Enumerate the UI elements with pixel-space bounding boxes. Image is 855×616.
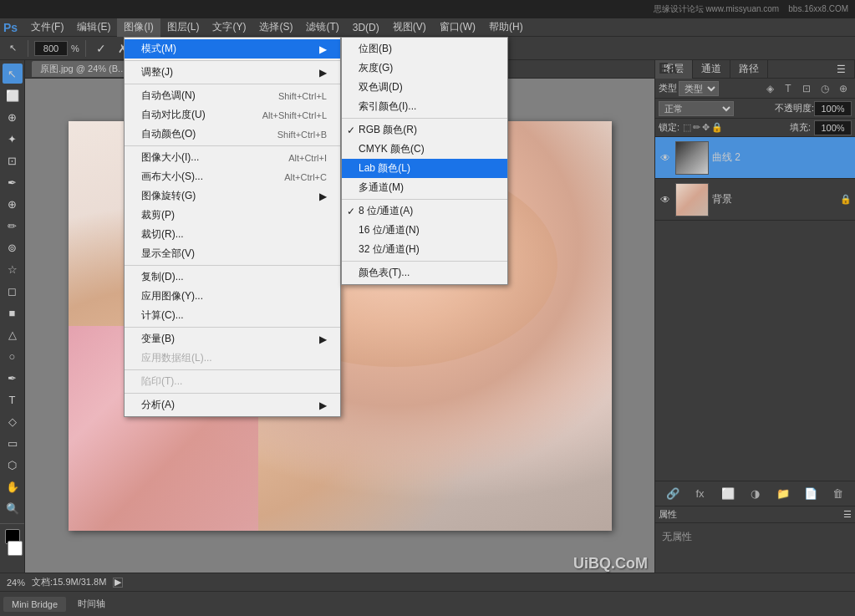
tool-brush[interactable]: ✏ xyxy=(3,216,23,236)
tool-pen[interactable]: ✒ xyxy=(3,368,23,388)
tool-eyedropper[interactable]: ✒ xyxy=(3,172,23,192)
tool-arrow[interactable]: ↖ xyxy=(3,39,22,58)
status-arrow-btn[interactable]: ▶ xyxy=(113,578,123,588)
menu-text[interactable]: 文字(Y) xyxy=(206,18,252,37)
layer-item-background[interactable]: 👁 背景 🔒 xyxy=(655,179,855,221)
tool-crop[interactable]: ⊡ xyxy=(3,150,23,171)
menu-item-analysis[interactable]: 分析(A) ▶ xyxy=(125,395,340,415)
mode-submenu[interactable]: 位图(B) 灰度(G) 双色调(D) 索引颜色(I)... ✓ RGB 颜色(R… xyxy=(341,37,508,285)
menu-item-trim[interactable]: 裁切(R)... xyxy=(125,225,340,244)
tab-paths[interactable]: 路径 xyxy=(730,60,768,79)
filter-icon5[interactable]: ⊕ xyxy=(835,80,852,97)
tool-blur[interactable]: △ xyxy=(3,324,23,344)
layer-delete-btn[interactable]: 🗑 xyxy=(829,485,847,503)
submenu-32bit[interactable]: 32 位/通道(H) xyxy=(342,240,507,259)
blend-mode-select[interactable]: 正常 xyxy=(659,101,734,116)
opacity-input[interactable] xyxy=(814,101,852,116)
menu-item-auto-tone[interactable]: 自动色调(N) Shift+Ctrl+L xyxy=(125,86,340,105)
tool-3d[interactable]: ⬡ xyxy=(3,455,23,475)
tool-history[interactable]: ☆ xyxy=(3,259,23,279)
filter-icon4[interactable]: ◷ xyxy=(817,80,833,97)
lock-brush-icon[interactable]: ✏ xyxy=(693,122,700,133)
lock-all-icon[interactable]: 🔒 xyxy=(711,122,723,133)
background-color[interactable] xyxy=(8,541,23,556)
submenu-multichannel[interactable]: 多通道(M) xyxy=(342,178,507,197)
layer-link-btn[interactable]: 🔗 xyxy=(664,485,682,503)
menu-item-reveal-all[interactable]: 显示全部(V) xyxy=(125,244,340,263)
menu-item-image-size[interactable]: 图像大小(I)... Alt+Ctrl+I xyxy=(125,148,340,167)
tool-magic-wand[interactable]: ✦ xyxy=(3,129,23,149)
menu-edit[interactable]: 编辑(E) xyxy=(70,18,117,37)
submenu-duotone[interactable]: 双色调(D) xyxy=(342,78,507,97)
tool-dodge[interactable]: ○ xyxy=(3,346,23,366)
menu-item-auto-color[interactable]: 自动颜色(O) Shift+Ctrl+B xyxy=(125,125,340,144)
tool-lasso[interactable]: ⊕ xyxy=(3,107,23,127)
tool-gradient[interactable]: ■ xyxy=(3,303,23,323)
layer-visibility-bg[interactable]: 👁 xyxy=(659,193,672,206)
panel-menu-btn[interactable]: ☰ xyxy=(828,60,855,79)
bottom-tab-timeline[interactable]: 时间轴 xyxy=(69,595,114,613)
submenu-cmyk[interactable]: CMYK 颜色(C) xyxy=(342,140,507,159)
auto-color-shortcut: Shift+Ctrl+B xyxy=(261,130,327,140)
menu-filter[interactable]: 滤镜(T) xyxy=(299,18,345,37)
submenu-indexed[interactable]: 索引颜色(I)... xyxy=(342,97,507,116)
filter-icon2[interactable]: T xyxy=(780,80,796,97)
filter-icon1[interactable]: ◈ xyxy=(761,80,778,97)
tool-eraser[interactable]: ◻ xyxy=(3,281,23,301)
image-menu-dropdown[interactable]: 模式(M) ▶ 调整(J) ▶ 自动色调(N) Shift+Ctrl+L 自动对… xyxy=(124,37,341,417)
submenu-8bit[interactable]: ✓ 8 位/通道(A) xyxy=(342,201,507,221)
menu-item-variables[interactable]: 变量(B) ▶ xyxy=(125,329,340,349)
menu-help[interactable]: 帮助(H) xyxy=(482,18,530,37)
lock-transparent-icon[interactable]: ⬚ xyxy=(683,122,691,133)
filter-icon3[interactable]: ⊡ xyxy=(798,80,815,97)
tool-hand[interactable]: ✋ xyxy=(3,476,23,496)
menu-item-canvas-size[interactable]: 画布大小(S)... Alt+Ctrl+C xyxy=(125,167,340,186)
ps-logo: Ps xyxy=(3,21,18,34)
tool-clone[interactable]: ⊚ xyxy=(3,237,23,257)
layer-fx-btn[interactable]: fx xyxy=(691,485,710,503)
tab-channels[interactable]: 通道 xyxy=(693,60,730,79)
tool-zoom[interactable]: 🔍 xyxy=(3,498,23,518)
tool-heal[interactable]: ⊕ xyxy=(3,194,23,214)
menu-view[interactable]: 视图(V) xyxy=(386,18,433,37)
layer-item-curves2[interactable]: 👁 曲线 2 xyxy=(655,137,855,179)
layer-visibility-curves2[interactable]: 👁 xyxy=(659,151,672,165)
tool-move[interactable]: ↖ xyxy=(3,64,23,84)
layer-adjustment-btn[interactable]: ◑ xyxy=(746,485,765,503)
zoom-input[interactable] xyxy=(34,41,68,56)
fill-input[interactable] xyxy=(814,120,852,135)
menu-3d[interactable]: 3D(D) xyxy=(346,18,386,37)
tool-path[interactable]: ◇ xyxy=(3,411,23,431)
check-icon[interactable]: ✓ xyxy=(92,39,110,58)
lock-move-icon[interactable]: ✥ xyxy=(702,122,710,133)
menu-item-mode[interactable]: 模式(M) ▶ xyxy=(125,39,340,59)
menu-select[interactable]: 选择(S) xyxy=(252,18,299,37)
menu-item-adjust[interactable]: 调整(J) ▶ xyxy=(125,63,340,82)
bottom-tab-minibridge[interactable]: Mini Bridge xyxy=(3,597,66,612)
layer-mask-btn[interactable]: ⬜ xyxy=(719,485,737,503)
tool-select-rect[interactable]: ⬜ xyxy=(3,85,23,105)
menu-item-duplicate[interactable]: 复制(D)... xyxy=(125,267,340,287)
submenu-bitmap[interactable]: 位图(B) xyxy=(342,39,507,59)
submenu-lab[interactable]: Lab 颜色(L) xyxy=(342,159,507,178)
menu-item-crop[interactable]: 裁剪(P) xyxy=(125,206,340,225)
tool-shape[interactable]: ▭ xyxy=(3,433,23,453)
menu-image[interactable]: 图像(I) xyxy=(117,18,160,37)
layer-new-btn[interactable]: 📄 xyxy=(802,485,820,503)
menu-layer[interactable]: 图层(L) xyxy=(160,18,206,37)
menu-item-calculations[interactable]: 计算(C)... xyxy=(125,306,340,325)
properties-menu-btn[interactable]: ☰ xyxy=(843,509,852,520)
submenu-grayscale[interactable]: 灰度(G) xyxy=(342,59,507,78)
submenu-16bit[interactable]: 16 位/通道(N) xyxy=(342,221,507,240)
menu-window[interactable]: 窗口(W) xyxy=(433,18,482,37)
canvas-tab-label[interactable]: 原图.jpg @ 24% (B... xyxy=(32,61,134,77)
layer-group-btn[interactable]: 📁 xyxy=(774,485,792,503)
menu-item-image-rotate[interactable]: 图像旋转(G) ▶ xyxy=(125,186,340,206)
submenu-colortable[interactable]: 颜色表(T)... xyxy=(342,263,507,283)
submenu-rgb[interactable]: ✓ RGB 颜色(R) xyxy=(342,120,507,140)
filter-type-select[interactable]: 类型 xyxy=(679,81,719,96)
menu-item-auto-contrast[interactable]: 自动对比度(U) Alt+Shift+Ctrl+L xyxy=(125,105,340,125)
tool-text[interactable]: T xyxy=(3,389,23,410)
menu-file[interactable]: 文件(F) xyxy=(24,18,70,37)
menu-item-apply-image[interactable]: 应用图像(Y)... xyxy=(125,287,340,306)
